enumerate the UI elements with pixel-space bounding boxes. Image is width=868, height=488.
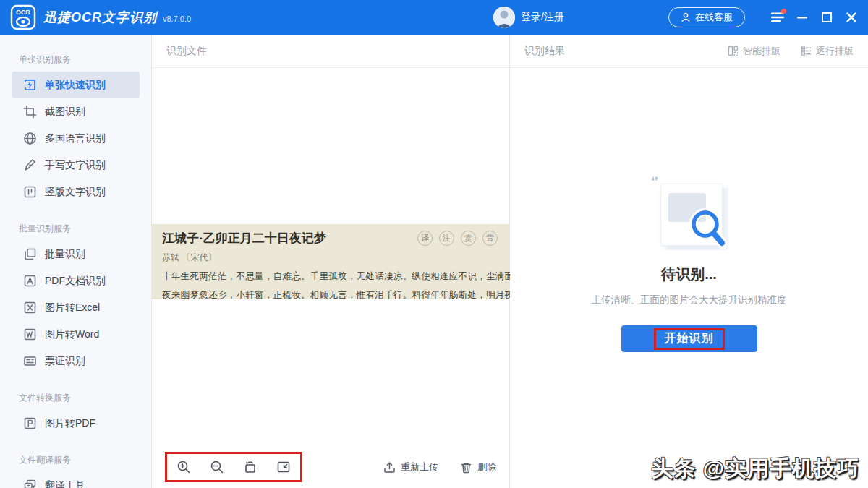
upload-icon <box>383 461 396 474</box>
sidebar-item-ticket-ocr[interactable]: 票证识别 <box>12 348 140 374</box>
sidebar-item-label: PDF文档识别 <box>45 275 106 288</box>
sidebar-item-label: 截图识别 <box>45 106 85 119</box>
sidebar-item-label: 单张快速识别 <box>45 79 106 92</box>
sidebar-section-header: 文件转换服务 <box>19 392 151 404</box>
sidebar-item-label: 批量识别 <box>45 248 85 261</box>
preview-panel-header: 识别文件 <box>152 35 509 68</box>
pen-icon <box>23 158 37 172</box>
sidebar-item-label: 翻译工具 <box>45 479 85 488</box>
trash-icon <box>460 461 472 474</box>
login-register[interactable]: 登录/注册 <box>493 7 564 28</box>
ticket-icon <box>23 354 37 368</box>
app-title: 迅捷OCR文字识别 <box>43 9 157 26</box>
pdf-doc-icon <box>23 274 37 288</box>
sparkle-icon: ❛❜ <box>652 175 658 187</box>
login-label: 登录/注册 <box>521 11 564 24</box>
poem-line: 夜来幽梦忽还乡，小轩窗，正梳妆。相顾无言，惟有泪千行。料得年年肠断处，明月夜，短… <box>162 289 499 301</box>
online-support-label: 在线客服 <box>695 11 733 24</box>
sidebar-section-header: 文件翻译服务 <box>19 454 151 466</box>
minimize-icon[interactable] <box>790 0 814 35</box>
sidebar-item-label: 票证识别 <box>45 355 85 368</box>
zoom-out-icon[interactable] <box>210 460 224 474</box>
awaiting-recognition-illustration: ❛❜ <box>639 176 740 256</box>
watermark: 头条 @实用手机技巧 <box>651 454 859 484</box>
rotate-icon[interactable] <box>243 460 258 474</box>
crop-icon <box>23 105 37 119</box>
poem-badges: 译 注 赏 背 <box>417 231 498 246</box>
svg-text:OCR: OCR <box>16 9 31 16</box>
badge-appreciate: 赏 <box>461 231 476 246</box>
magnifier-icon <box>688 208 728 253</box>
badge-annotate: 注 <box>439 231 454 246</box>
copy-icon <box>23 247 37 261</box>
avatar <box>493 7 515 28</box>
poem-author: 苏轼 〔宋代〕 <box>162 252 499 264</box>
zoom-tools-annotation-box <box>165 452 302 482</box>
line-layout-label: 逐行排版 <box>816 45 854 58</box>
zoom-in-icon[interactable] <box>176 460 191 474</box>
sidebar-item-vertical-ocr[interactable]: 竖版文字识别 <box>12 179 140 205</box>
status-title: 待识别... <box>661 265 717 284</box>
app-version: v8.7.0.0 <box>163 14 191 23</box>
sidebar-item-label: 图片转Word <box>45 328 99 341</box>
translate-bubbles-icon <box>23 479 37 488</box>
preview-panel: 识别文件 江城子·乙卯正月二十日夜记梦 译 注 赏 背 苏轼 〔宋代〕 十年生死… <box>152 35 510 488</box>
sidebar-item-handwriting-ocr[interactable]: 手写文字识别 <box>12 152 140 179</box>
line-layout-icon <box>801 46 812 56</box>
close-icon[interactable] <box>839 0 864 35</box>
delete-label: 删除 <box>477 461 496 474</box>
sidebar-item-label: 图片转Excel <box>45 301 100 314</box>
sidebar-item-img-to-pdf[interactable]: 图片转PDF <box>12 410 140 437</box>
hamburger-menu-icon[interactable] <box>765 0 790 35</box>
sidebar-section-header: 批量识别服务 <box>19 223 151 235</box>
titlebar: OCR 迅捷OCR文字识别 v8.7.0.0 登录/注册 在线客服 <box>0 0 868 35</box>
sidebar-item-label: 手写文字识别 <box>45 159 106 172</box>
delete-button[interactable]: 删除 <box>460 461 496 474</box>
result-header-label: 识别结果 <box>524 45 565 58</box>
sidebar: 单张识别服务 单张快速识别 截图识别 多国语言识别 手写文字识别 <box>0 35 152 488</box>
sidebar-item-label: 多国语言识别 <box>45 132 106 145</box>
preview-toolbar: 重新上传 删除 <box>152 446 509 488</box>
word-icon <box>23 328 37 341</box>
flash-doc-icon <box>23 78 37 92</box>
poem-title: 江城子·乙卯正月二十日夜记梦 <box>162 230 326 247</box>
online-support-button[interactable]: 在线客服 <box>668 7 745 27</box>
result-panel-header: 识别结果 智能排版 逐行排版 <box>510 35 868 68</box>
status-hint: 上传清晰、正面的图片会大大提升识别精准度 <box>592 294 787 307</box>
sidebar-item-img-to-excel[interactable]: 图片转Excel <box>12 294 140 321</box>
maximize-icon[interactable] <box>814 0 839 35</box>
sidebar-item-screenshot-ocr[interactable]: 截图识别 <box>12 98 140 125</box>
line-layout-option[interactable]: 逐行排版 <box>801 45 854 58</box>
start-button-annotation-box: 开始识别 <box>654 328 725 350</box>
sidebar-item-quick-ocr[interactable]: 单张快速识别 <box>12 72 140 98</box>
uploaded-image-preview[interactable]: 江城子·乙卯正月二十日夜记梦 译 注 赏 背 苏轼 〔宋代〕 十年生死两茫茫，不… <box>152 224 509 299</box>
smart-layout-icon <box>728 46 739 56</box>
fit-screen-icon[interactable] <box>276 460 291 474</box>
sidebar-item-img-to-word[interactable]: 图片转Word <box>12 321 140 348</box>
sidebar-item-batch-ocr[interactable]: 批量识别 <box>12 241 140 267</box>
poem-line: 十年生死两茫茫，不思量，自难忘。千里孤坟，无处话凄凉。纵使相逢应不识，尘满面，鬓… <box>162 270 499 283</box>
notification-dot <box>781 9 786 14</box>
sidebar-item-label: 竖版文字识别 <box>45 186 106 199</box>
sidebar-item-multilang-ocr[interactable]: 多国语言识别 <box>12 125 140 152</box>
smart-layout-option[interactable]: 智能排版 <box>728 45 780 58</box>
badge-recite: 背 <box>482 231 498 246</box>
sidebar-item-pdf-ocr[interactable]: PDF文档识别 <box>12 267 140 294</box>
result-panel: 识别结果 智能排版 逐行排版 ❛❜ <box>510 35 868 488</box>
reupload-label: 重新上传 <box>401 461 438 474</box>
sidebar-item-label: 图片转PDF <box>45 417 95 430</box>
sidebar-section-header: 单张识别服务 <box>19 53 151 66</box>
excel-icon <box>23 301 37 314</box>
preview-header-label: 识别文件 <box>166 45 207 58</box>
vertical-text-icon <box>23 185 37 199</box>
badge-translate: 译 <box>417 231 433 246</box>
ocr-logo: OCR <box>10 4 36 30</box>
person-icon <box>681 12 691 22</box>
smart-layout-label: 智能排版 <box>743 45 780 58</box>
pdf-convert-icon <box>23 416 37 430</box>
reupload-button[interactable]: 重新上传 <box>383 461 438 474</box>
start-recognition-button[interactable]: 开始识别 <box>621 325 757 352</box>
sidebar-item-translate-tool[interactable]: 翻译工具 <box>12 472 140 488</box>
globe-icon <box>23 132 37 145</box>
